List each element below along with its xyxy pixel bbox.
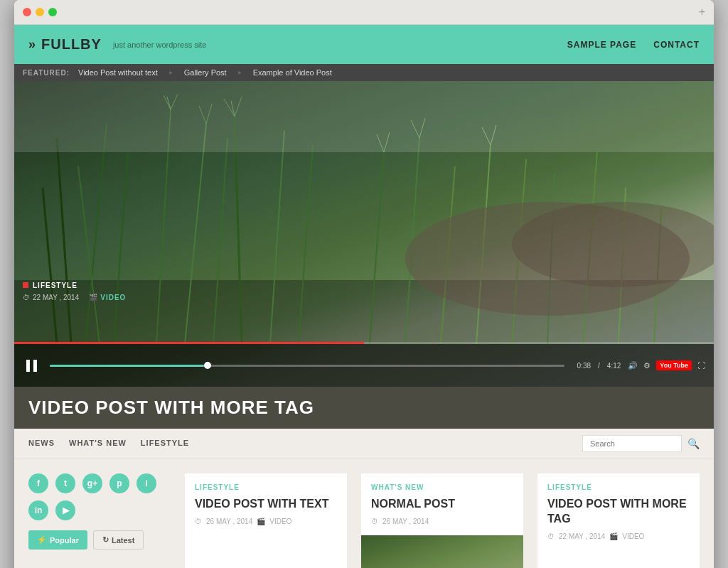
post-card-3-inner: LIFESTYLE VIDEO POST WITH MORE TAG ⏱ 22 …: [537, 473, 700, 550]
content-nav-search: 🔍: [582, 435, 700, 452]
svg-point-36: [512, 202, 714, 287]
hero-section: LIFESTYLE ⏱ 22 MAY , 2014 🎬 VIDEO ▐▐: [14, 81, 714, 387]
clock-icon: ⏱: [23, 294, 30, 301]
post-3-category[interactable]: LIFESTYLE: [547, 483, 690, 491]
post-2-category[interactable]: WHAT'S NEW: [371, 483, 513, 491]
post-2-thumbnail[interactable]: [361, 535, 523, 568]
svg-line-25: [547, 173, 555, 344]
svg-line-15: [224, 99, 235, 117]
post-3-clock-icon: ⏱: [547, 532, 555, 540]
video-timeline-thumb: [204, 362, 211, 369]
svg-line-12: [164, 95, 171, 109]
pinterest-icon[interactable]: p: [109, 473, 129, 493]
post-card-1-inner: LIFESTYLE VIDEO POST WITH TEXT ⏱ 26 MAY …: [185, 473, 347, 535]
linkedin-icon[interactable]: in: [28, 500, 48, 520]
latest-tab[interactable]: ↻ Latest: [93, 530, 144, 550]
hero-category: LIFESTYLE: [23, 282, 77, 289]
post-1-category[interactable]: LIFESTYLE: [195, 483, 337, 491]
post-3-date: 22 MAY , 2014: [559, 532, 605, 540]
post-2-title[interactable]: NORMAL POST: [371, 497, 513, 512]
popular-tab[interactable]: ⚡ Popular: [28, 530, 87, 550]
search-input[interactable]: [582, 435, 682, 452]
minimize-dot[interactable]: [36, 8, 44, 16]
post-1-meta: ⏱ 26 MAY , 2014 🎬 VIDEO: [195, 518, 337, 525]
close-dot[interactable]: [23, 8, 31, 16]
new-tab-button[interactable]: +: [699, 6, 705, 18]
instagram-icon[interactable]: i: [136, 473, 156, 493]
svg-line-23: [476, 145, 491, 344]
fullscreen-icon[interactable]: ⛶: [697, 361, 705, 370]
site-header: » FULLBY just another wordpress site SAM…: [14, 25, 714, 64]
svg-line-13: [171, 94, 178, 109]
youtube-icon[interactable]: ▶: [55, 500, 75, 520]
popular-tab-label: Popular: [50, 536, 79, 545]
svg-line-28: [654, 209, 661, 344]
video-timeline[interactable]: [50, 365, 564, 367]
youtube-badge: You Tube: [656, 360, 692, 370]
maximize-dot[interactable]: [48, 8, 57, 16]
logo-tagline: just another wordpress site: [113, 41, 206, 49]
nav-sample-page[interactable]: SAMPLE PAGE: [567, 40, 636, 50]
svg-rect-37: [14, 81, 714, 152]
svg-line-24: [512, 159, 526, 344]
featured-bar: FEATURED: Video Post without text ▸ Gall…: [14, 64, 714, 81]
posts-area: f t g+ p i in ▶ ⚡ Popular ↻ Latest: [14, 459, 714, 568]
facebook-icon[interactable]: f: [28, 473, 48, 493]
svg-line-14: [167, 97, 171, 109]
post-3-video-tag: VIDEO: [622, 532, 644, 540]
featured-item-3[interactable]: Example of Video Post: [253, 68, 332, 77]
svg-line-1: [57, 138, 71, 344]
svg-line-31: [411, 120, 419, 138]
post-card-1: LIFESTYLE VIDEO POST WITH TEXT ⏱ 26 MAY …: [185, 473, 347, 568]
post-3-meta: ⏱ 22 MAY , 2014 🎬 VIDEO: [547, 532, 690, 540]
settings-icon[interactable]: ⚙: [643, 361, 651, 370]
browser-window: + » FULLBY just another wordpress site S…: [14, 0, 714, 568]
svg-line-30: [384, 132, 390, 152]
featured-item-1[interactable]: Video Post without text: [78, 68, 158, 77]
video-timeline-fill: [50, 365, 204, 367]
hero-meta: ⏱ 22 MAY , 2014 🎬 VIDEO: [23, 294, 705, 301]
post-1-clock-icon: ⏱: [195, 518, 202, 525]
category-dot: [23, 282, 28, 288]
post-2-thumb-image: [361, 535, 523, 568]
hero-date-text: 22 MAY , 2014: [33, 294, 79, 301]
video-icons-right: 🔊 ⚙ You Tube ⛶: [628, 360, 705, 370]
post-2-date: 26 MAY , 2014: [382, 518, 429, 525]
twitter-icon[interactable]: t: [55, 473, 75, 493]
hero-category-bar: LIFESTYLE ⏱ 22 MAY , 2014 🎬 VIDEO: [14, 278, 714, 301]
featured-item-2[interactable]: Gallery Post: [184, 68, 227, 77]
svg-line-8: [213, 138, 228, 344]
googleplus-icon[interactable]: g+: [82, 473, 102, 493]
svg-line-27: [619, 188, 626, 344]
nav-news[interactable]: NEWS: [28, 429, 55, 459]
pause-button[interactable]: ▐▐: [23, 360, 37, 371]
svg-line-21: [405, 138, 419, 344]
hero-date: ⏱ 22 MAY , 2014: [23, 294, 79, 301]
svg-line-4: [114, 152, 128, 344]
svg-line-19: [206, 104, 212, 124]
post-3-title[interactable]: VIDEO POST WITH MORE TAG: [547, 497, 690, 527]
svg-line-18: [199, 106, 206, 124]
nav-whatsnew[interactable]: WHAT'S NEW: [69, 429, 127, 459]
search-icon[interactable]: 🔍: [687, 438, 700, 449]
svg-line-26: [583, 152, 597, 344]
volume-icon[interactable]: 🔊: [628, 361, 638, 370]
logo-arrows-icon: »: [28, 37, 36, 52]
svg-line-33: [482, 127, 491, 145]
category-label: LIFESTYLE: [33, 282, 77, 289]
nav-contact[interactable]: CONTACT: [653, 40, 700, 50]
site-logo: » FULLBY just another wordpress site: [28, 36, 206, 53]
nav-lifestyle[interactable]: LIFESTYLE: [141, 429, 189, 459]
camera-icon: 🎬: [89, 294, 98, 301]
svg-line-22: [441, 166, 455, 344]
svg-line-3: [78, 166, 100, 344]
content-nav-items: NEWS WHAT'S NEW LIFESTYLE: [28, 429, 189, 459]
logo-text: FULLBY: [41, 36, 102, 53]
svg-line-34: [491, 125, 496, 145]
post-1-title[interactable]: VIDEO POST WITH TEXT: [195, 497, 337, 512]
lightning-icon: ⚡: [37, 535, 47, 545]
browser-chrome: +: [14, 0, 714, 25]
browser-dots: [23, 8, 57, 16]
featured-items: Video Post without text ▸ Gallery Post ▸…: [78, 68, 332, 77]
svg-line-32: [419, 118, 425, 138]
